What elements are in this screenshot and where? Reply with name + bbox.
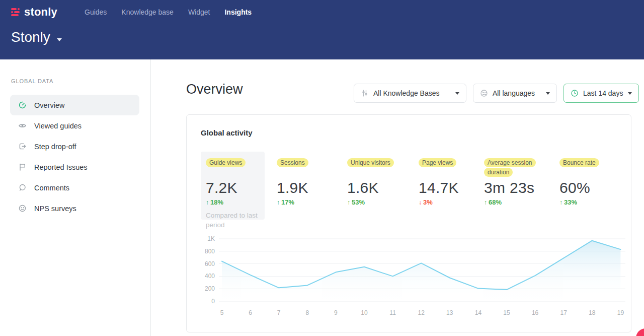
workspace-selector[interactable]: Stonly [0, 29, 644, 45]
svg-text:600: 600 [205, 260, 215, 267]
metric-change: ↑53% [347, 198, 409, 206]
knowledge-bases-dropdown-value: All Knowledge Bases [373, 89, 440, 97]
metric-change: ↑33% [559, 198, 619, 206]
main-nav: Guides Knowledge base Widget Insights [85, 8, 252, 16]
card-title: Global activity [201, 128, 253, 137]
svg-text:0: 0 [211, 298, 215, 305]
nav-link-widget[interactable]: Widget [188, 8, 210, 16]
svg-text:800: 800 [205, 248, 215, 255]
nav-link-guides[interactable]: Guides [85, 8, 107, 16]
stonly-logo-text: stonly [24, 6, 57, 19]
metric-tile-bounce-rate[interactable]: Bounce rate 60% ↑33% [554, 152, 624, 220]
metric-tile-page-views[interactable]: Page views 14.7K ↓3% [414, 152, 479, 220]
svg-text:14: 14 [475, 309, 482, 316]
nav-link-knowledge-base[interactable]: Knowledge base [121, 8, 174, 16]
stonly-logo-icon [11, 8, 21, 16]
sidebar-item-label: Viewed guides [34, 122, 82, 130]
metric-tile-sessions[interactable]: Sessions 1.9K ↑17% [272, 152, 342, 220]
gauge-icon [18, 101, 27, 109]
filter-bar: All Knowledge Bases All languages Last 1… [354, 84, 639, 103]
chevron-down-icon [628, 92, 632, 95]
up-arrow-icon: ↑ [484, 199, 487, 206]
down-arrow-icon: ↓ [419, 199, 422, 206]
metric-tiles: Guide views 7.2K ↑18% Compared to last p… [201, 152, 624, 220]
svg-text:19: 19 [617, 309, 624, 316]
global-activity-card: Global activity Guide views 7.2K ↑18% Co… [186, 114, 631, 332]
metric-label: Page views [419, 158, 456, 167]
metric-tile-unique-visitors[interactable]: Unique visitors 1.6K ↑53% [342, 152, 414, 220]
chevron-down-icon [546, 92, 550, 95]
nav-link-insights[interactable]: Insights [224, 8, 252, 16]
sidebar-item-nps-surveys[interactable]: NPS surveys [10, 198, 139, 219]
metric-label: Unique visitors [347, 158, 394, 167]
metric-label: Average session duration [484, 158, 536, 177]
step-exit-icon [18, 142, 27, 151]
svg-text:10: 10 [361, 309, 368, 316]
metric-value: 3m 23s [484, 180, 549, 196]
up-arrow-icon: ↑ [559, 199, 562, 206]
sidebar-item-step-drop-off[interactable]: Step drop-off [10, 136, 139, 157]
sidebar-item-label: NPS surveys [34, 205, 76, 213]
sidebar-item-reported-issues[interactable]: Reported Issues [10, 157, 139, 177]
sidebar-item-label: Reported Issues [34, 163, 88, 171]
sidebar-item-label: Step drop-off [34, 143, 76, 151]
metric-change: ↑17% [277, 198, 337, 206]
languages-dropdown[interactable]: All languages [473, 84, 557, 103]
sidebar-item-label: Comments [34, 184, 69, 192]
metric-label: Guide views [206, 158, 246, 167]
main-content: Overview All Knowledge Bases All languag… [151, 59, 644, 336]
top-nav: stonly Guides Knowledge base Widget Insi… [0, 0, 644, 19]
globe-icon [480, 89, 488, 97]
svg-text:18: 18 [589, 309, 596, 316]
svg-text:7: 7 [277, 309, 281, 316]
metric-label: Sessions [277, 158, 308, 167]
metric-label: Bounce rate [559, 158, 599, 167]
svg-text:12: 12 [418, 309, 425, 316]
eye-icon [18, 121, 27, 130]
compare-note: Compared to last period [206, 211, 259, 230]
metric-tile-guide-views[interactable]: Guide views 7.2K ↑18% Compared to last p… [201, 152, 265, 220]
svg-text:13: 13 [446, 309, 453, 316]
sidebar-item-label: Overview [34, 101, 64, 109]
metric-value: 14.7K [419, 180, 474, 196]
sliders-icon [361, 89, 369, 97]
svg-text:200: 200 [205, 285, 215, 292]
svg-text:8: 8 [305, 309, 309, 316]
page-title: Overview [186, 82, 243, 97]
svg-text:1K: 1K [207, 235, 215, 242]
svg-text:6: 6 [249, 309, 252, 316]
sidebar-item-viewed-guides[interactable]: Viewed guides [10, 115, 139, 136]
chevron-down-icon [455, 92, 459, 95]
smiley-icon [18, 204, 27, 213]
svg-text:11: 11 [389, 309, 396, 316]
svg-text:5: 5 [220, 309, 224, 316]
knowledge-bases-dropdown[interactable]: All Knowledge Bases [354, 84, 466, 103]
svg-text:15: 15 [503, 309, 510, 316]
svg-text:17: 17 [560, 309, 568, 316]
date-range-dropdown[interactable]: Last 14 days [564, 84, 639, 103]
comment-bubble-icon [18, 183, 27, 192]
metric-value: 1.9K [277, 180, 337, 196]
svg-text:16: 16 [532, 309, 539, 316]
up-arrow-icon: ↑ [206, 199, 209, 206]
sidebar-item-overview[interactable]: Overview [10, 95, 139, 115]
workspace-title: Stonly [11, 29, 50, 45]
metric-change: ↑18% [206, 198, 260, 206]
sidebar: GLOBAL DATA Overview Viewed guides Step … [0, 59, 151, 336]
metric-value: 1.6K [347, 180, 409, 196]
sidebar-item-comments[interactable]: Comments [10, 177, 139, 198]
top-header: stonly Guides Knowledge base Widget Insi… [0, 0, 644, 59]
guide-views-area-chart: 1K80060040020005678910111213141516171819 [197, 230, 629, 327]
stonly-logo[interactable]: stonly [11, 6, 71, 19]
languages-dropdown-value: All languages [493, 89, 535, 97]
up-arrow-icon: ↑ [277, 199, 280, 206]
metric-value: 60% [559, 180, 619, 196]
metric-tile-average-session-duration[interactable]: Average session duration 3m 23s ↑68% [479, 152, 554, 220]
flag-icon [18, 163, 27, 171]
clock-icon [571, 89, 579, 97]
chevron-down-icon [57, 38, 62, 41]
svg-text:400: 400 [205, 273, 215, 280]
date-range-dropdown-value: Last 14 days [583, 89, 623, 97]
metric-value: 7.2K [206, 180, 260, 196]
up-arrow-icon: ↑ [347, 199, 350, 206]
